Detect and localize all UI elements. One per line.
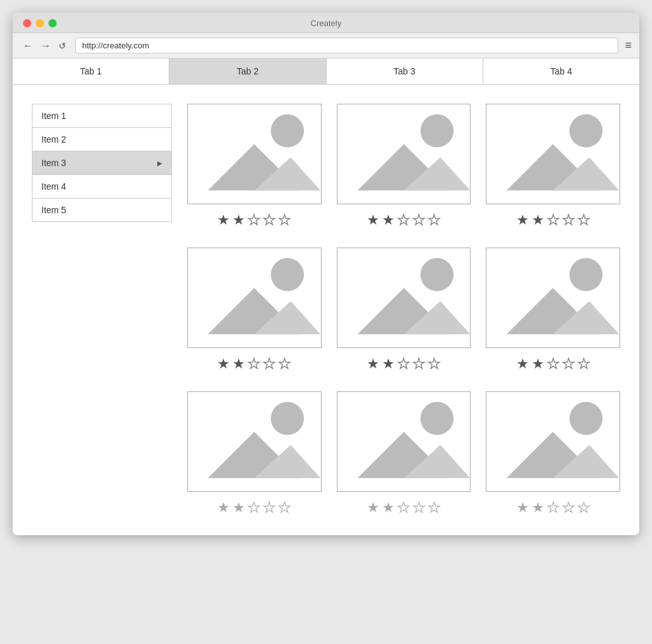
star-filled: ★: [367, 356, 379, 372]
star-empty: ★: [413, 212, 425, 228]
grid-cell-3-1: ★ ★ ★ ★ ★: [187, 391, 322, 516]
arrow-icon: ▶: [157, 160, 162, 167]
stars-1-3: ★ ★ ★ ★ ★: [516, 212, 590, 228]
stars-2-1: ★ ★ ★ ★ ★: [217, 356, 291, 372]
star-empty: ★: [562, 500, 575, 516]
tab-2[interactable]: Tab 2: [169, 59, 326, 84]
star-empty: ★: [547, 500, 560, 516]
svg-point-21: [570, 258, 603, 291]
close-button[interactable]: [23, 19, 31, 27]
star-filled: ★: [232, 500, 245, 516]
star-empty: ★: [578, 212, 590, 228]
image-placeholder-1-3: [486, 104, 620, 204]
star-empty: ★: [248, 212, 260, 228]
menu-item-4[interactable]: Item 4: [32, 175, 171, 199]
star-empty: ★: [278, 356, 291, 372]
star-empty: ★: [278, 500, 291, 516]
svg-point-33: [570, 402, 603, 435]
menu-item-2[interactable]: Item 2: [32, 128, 171, 151]
grid-cell-2-2: ★ ★ ★ ★ ★: [337, 248, 471, 372]
star-filled: ★: [532, 212, 544, 228]
image-placeholder-1-2: [337, 104, 471, 204]
star-empty: ★: [397, 356, 410, 372]
stars-1-1: ★ ★ ★ ★ ★: [217, 212, 291, 228]
star-filled: ★: [232, 212, 245, 228]
star-empty: ★: [562, 212, 575, 228]
tab-1[interactable]: Tab 1: [13, 59, 169, 84]
left-menu: Item 1 Item 2 Item 3 ▶ Item 4 Item 5: [32, 104, 172, 222]
star-filled: ★: [382, 356, 395, 372]
menu-item-5[interactable]: Item 5: [32, 199, 171, 221]
star-empty: ★: [578, 356, 590, 372]
star-empty: ★: [263, 500, 276, 516]
grid-cell-1-1: ★ ★ ★ ★ ★: [187, 104, 322, 228]
star-empty: ★: [397, 212, 410, 228]
star-empty: ★: [428, 356, 441, 372]
star-empty: ★: [413, 356, 425, 372]
svg-point-1: [271, 115, 304, 148]
star-filled: ★: [217, 212, 230, 228]
traffic-lights: [23, 19, 57, 27]
browser-window: Creately ← → ↺ ≡ Tab 1 Tab 2 Tab 3 Tab 4…: [13, 13, 639, 535]
tab-4[interactable]: Tab 4: [483, 59, 639, 84]
grid-row-3: ★ ★ ★ ★ ★: [187, 391, 620, 516]
tab-3[interactable]: Tab 3: [327, 59, 483, 84]
star-empty: ★: [428, 500, 441, 516]
svg-point-5: [420, 115, 453, 148]
star-empty: ★: [263, 212, 276, 228]
menu-item-1[interactable]: Item 1: [32, 104, 171, 128]
svg-point-17: [420, 258, 453, 291]
image-placeholder-2-3: [486, 248, 620, 348]
star-filled: ★: [516, 212, 529, 228]
title-bar: Creately: [13, 13, 639, 33]
star-filled: ★: [532, 500, 544, 516]
stars-3-3: ★ ★ ★ ★ ★: [516, 500, 590, 516]
grid-cell-3-3: ★ ★ ★ ★ ★: [486, 391, 620, 516]
grid-row-2: ★ ★ ★ ★ ★: [187, 248, 620, 372]
svg-point-13: [271, 258, 304, 291]
image-placeholder-3-1: [187, 391, 322, 492]
browser-menu-icon[interactable]: ≡: [625, 39, 632, 52]
star-filled: ★: [367, 500, 379, 516]
address-bar: ← → ↺ ≡: [13, 33, 639, 59]
maximize-button[interactable]: [48, 19, 57, 27]
image-placeholder-1-1: [187, 104, 322, 204]
stars-3-1: ★ ★ ★ ★ ★: [217, 500, 291, 516]
grid-cell-2-1: ★ ★ ★ ★ ★: [187, 248, 322, 372]
svg-point-25: [271, 402, 304, 435]
star-filled: ★: [516, 356, 529, 372]
back-button[interactable]: ←: [20, 39, 36, 53]
star-filled: ★: [532, 356, 544, 372]
image-placeholder-3-2: [337, 391, 471, 492]
star-filled: ★: [382, 212, 395, 228]
url-input[interactable]: [75, 38, 618, 53]
svg-point-9: [570, 115, 603, 148]
forward-button[interactable]: →: [38, 39, 53, 53]
stars-3-2: ★ ★ ★ ★ ★: [367, 500, 441, 516]
image-placeholder-2-2: [337, 248, 471, 348]
menu-item-3[interactable]: Item 3 ▶: [32, 151, 171, 175]
star-filled: ★: [217, 500, 230, 516]
window-title: Creately: [311, 18, 341, 28]
grid-row-1: ★ ★ ★ ★ ★: [187, 104, 620, 228]
main-content: Item 1 Item 2 Item 3 ▶ Item 4 Item 5: [13, 85, 639, 535]
star-empty: ★: [562, 356, 575, 372]
grid-cell-2-3: ★ ★ ★ ★ ★: [486, 248, 620, 372]
star-empty: ★: [248, 500, 260, 516]
minimize-button[interactable]: [36, 19, 44, 27]
grid-cell-1-2: ★ ★ ★ ★ ★: [337, 104, 471, 228]
svg-point-29: [420, 402, 453, 435]
grid-cell-3-2: ★ ★ ★ ★ ★: [337, 391, 471, 516]
image-placeholder-3-3: [486, 391, 620, 492]
star-empty: ★: [428, 212, 441, 228]
grid-cell-1-3: ★ ★ ★ ★ ★: [486, 104, 620, 228]
star-filled: ★: [516, 500, 529, 516]
grid-area: ★ ★ ★ ★ ★: [187, 104, 620, 516]
stars-1-2: ★ ★ ★ ★ ★: [367, 212, 441, 228]
refresh-button[interactable]: ↺: [56, 39, 69, 52]
star-empty: ★: [547, 356, 560, 372]
star-filled: ★: [382, 500, 395, 516]
star-filled: ★: [367, 212, 379, 228]
stars-2-2: ★ ★ ★ ★ ★: [367, 356, 441, 372]
star-empty: ★: [248, 356, 260, 372]
